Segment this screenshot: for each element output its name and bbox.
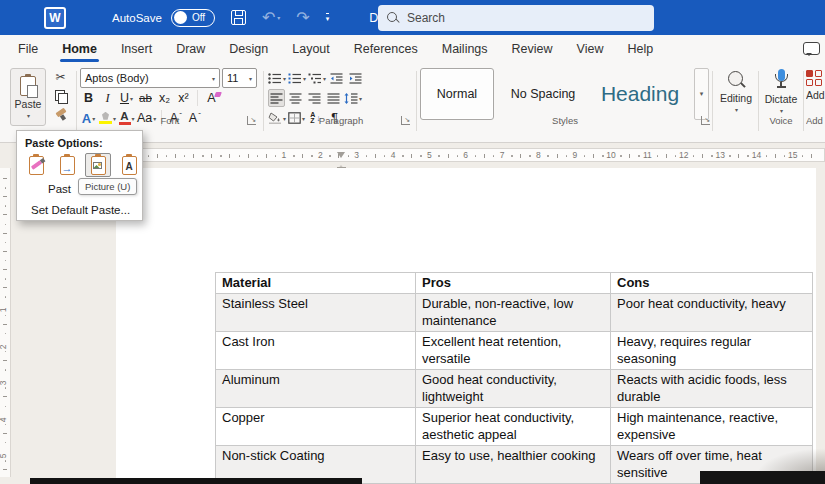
- tab-review[interactable]: Review: [500, 35, 565, 63]
- dictate-button[interactable]: Dictate ▾: [760, 69, 802, 114]
- ruler-tick: [148, 155, 150, 157]
- voice-group-label: Voice: [760, 115, 802, 126]
- ruler-number: 3: [354, 150, 359, 160]
- ruler-tick: [3, 433, 7, 434]
- ruler-tick: [5, 333, 7, 335]
- ruler-tick: [166, 155, 168, 157]
- paste-chevron-icon: ▾: [27, 112, 30, 119]
- ruler-number: 4: [0, 417, 8, 422]
- justify-icon: [327, 93, 340, 104]
- font-size-combo[interactable]: 11▾: [222, 68, 257, 88]
- ruler-tick: [602, 155, 604, 157]
- table-cell[interactable]: Stainless Steel: [216, 294, 416, 332]
- underline-button[interactable]: U▾: [118, 89, 135, 107]
- strikethrough-button[interactable]: ab: [137, 89, 154, 107]
- table-cell[interactable]: Excellent heat retention, versatile: [416, 332, 611, 370]
- table-cell[interactable]: Aluminum: [216, 370, 416, 408]
- autosave-toggle[interactable]: Off: [171, 9, 215, 27]
- save-button[interactable]: [231, 10, 246, 25]
- line-spacing-button[interactable]: ▾: [344, 89, 362, 107]
- table-cell[interactable]: Good heat conductivity, lightweight: [416, 370, 611, 408]
- bullets-button[interactable]: ▾: [268, 69, 286, 87]
- font-dialog-launcher[interactable]: ↘: [247, 116, 256, 125]
- table-cell[interactable]: Cast Iron: [216, 332, 416, 370]
- clear-formatting-button[interactable]: A: [203, 89, 220, 107]
- editing-button[interactable]: Editing ▾: [714, 70, 758, 113]
- ruler-tick: [811, 154, 812, 158]
- table-cell[interactable]: Reacts with acidic foods, less durable: [611, 370, 813, 408]
- multilevel-list-button[interactable]: ▾: [308, 69, 326, 87]
- tab-references[interactable]: References: [342, 35, 430, 63]
- table-header-cell[interactable]: Pros: [416, 273, 611, 294]
- paste-merge-formatting-button[interactable]: →: [54, 153, 80, 177]
- ruler-tick: [520, 154, 521, 158]
- bold-button[interactable]: B: [80, 89, 97, 107]
- ruler-tick: [693, 155, 695, 157]
- paste-keep-source-formatting-button[interactable]: [23, 153, 49, 177]
- tab-design[interactable]: Design: [217, 35, 280, 63]
- table-cell[interactable]: Copper: [216, 408, 416, 446]
- format-painter-icon: [55, 109, 67, 121]
- ruler-tick: [802, 155, 804, 157]
- editing-search-icon: [726, 70, 746, 90]
- toggle-knob: [174, 11, 187, 24]
- paste-picture-button[interactable]: [85, 153, 111, 177]
- tab-mailings[interactable]: Mailings: [430, 35, 500, 63]
- tab-insert[interactable]: Insert: [109, 35, 164, 63]
- addins-button[interactable]: Add: [806, 70, 825, 101]
- paste-button[interactable]: Paste ▾: [10, 68, 46, 126]
- ruler-tick: [302, 154, 303, 158]
- table-cell[interactable]: Poor heat conductivity, heavy: [611, 294, 813, 332]
- decrease-indent-button[interactable]: [328, 69, 345, 87]
- table-cell[interactable]: Heavy, requires regular seasoning: [611, 332, 813, 370]
- tab-draw[interactable]: Draw: [164, 35, 217, 63]
- style-normal[interactable]: Normal: [420, 68, 494, 120]
- table-cell[interactable]: Durable, non-reactive, low maintenance: [416, 294, 611, 332]
- table-header-cell[interactable]: Material: [216, 273, 416, 294]
- cut-button[interactable]: ✂: [52, 69, 69, 85]
- subscript-button[interactable]: x₂: [156, 89, 173, 107]
- style-no-spacing[interactable]: No Spacing: [500, 68, 586, 120]
- styles-gallery-more-button[interactable]: ▾: [694, 68, 709, 120]
- ruler-tick: [175, 154, 176, 158]
- search-input[interactable]: [407, 11, 607, 25]
- table-cell[interactable]: Easy to use, healthier cooking: [416, 446, 611, 484]
- ruler-tick: [5, 406, 7, 408]
- align-center-button[interactable]: [287, 89, 304, 107]
- tab-home[interactable]: Home: [50, 35, 109, 63]
- italic-button[interactable]: I: [99, 89, 116, 107]
- paste-keep-text-only-button[interactable]: A: [116, 153, 142, 177]
- search-box[interactable]: [378, 5, 654, 31]
- paste-label: Paste: [15, 98, 42, 110]
- comments-icon[interactable]: [803, 42, 820, 55]
- table-cell[interactable]: Superior heat conductivity, aesthetic ap…: [416, 408, 611, 446]
- align-right-button[interactable]: [306, 89, 323, 107]
- tab-view[interactable]: View: [565, 35, 616, 63]
- line-spacing-icon: [344, 93, 358, 104]
- bottom-left-dark-edge: [30, 478, 362, 484]
- style-heading[interactable]: Heading: [592, 68, 688, 120]
- justify-button[interactable]: [325, 89, 342, 107]
- redo-button[interactable]: ↷: [296, 11, 309, 25]
- font-family-combo[interactable]: Aptos (Body)▾: [80, 68, 220, 88]
- increase-indent-button[interactable]: [347, 69, 364, 87]
- autosave-state: Off: [192, 12, 205, 23]
- tab-help[interactable]: Help: [615, 35, 665, 63]
- document-page[interactable]: MaterialProsCons Stainless SteelDurable,…: [116, 168, 816, 484]
- tab-layout[interactable]: Layout: [280, 35, 342, 63]
- copy-button[interactable]: [52, 88, 69, 104]
- undo-button[interactable]: ↶▾: [262, 11, 280, 25]
- align-left-button[interactable]: [268, 89, 285, 107]
- ruler-tick: [293, 155, 295, 157]
- table-cell[interactable]: High maintenance, reactive, expensive: [611, 408, 813, 446]
- paragraph-dialog-launcher[interactable]: ↘: [401, 116, 410, 125]
- tab-file[interactable]: File: [6, 35, 50, 63]
- numbering-button[interactable]: ▾: [288, 69, 306, 87]
- superscript-button[interactable]: x²: [175, 89, 192, 107]
- styles-dialog-launcher[interactable]: ↘: [701, 116, 710, 125]
- ruler-tick: [348, 155, 350, 157]
- set-default-paste-menu-item[interactable]: Set Default Paste...: [31, 204, 142, 216]
- table-header-cell[interactable]: Cons: [611, 273, 813, 294]
- quick-access-overflow-icon[interactable]: ▾: [326, 13, 330, 23]
- format-painter-button[interactable]: [52, 107, 69, 123]
